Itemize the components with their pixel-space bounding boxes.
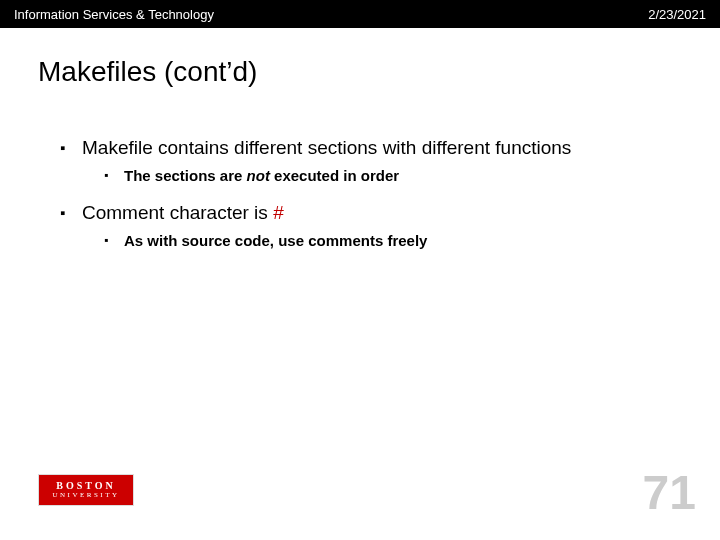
- text-part: Comment character is: [82, 202, 273, 223]
- logo-top: BOSTON: [56, 481, 116, 491]
- slide: Information Services & Technology 2/23/2…: [0, 0, 720, 540]
- bullet-text: Makefile contains different sections wit…: [82, 136, 571, 160]
- bullet-mark-icon: ▪: [60, 136, 82, 160]
- bullet-mark-icon: ▪: [60, 201, 82, 225]
- bullet-text: As with source code, use comments freely: [124, 231, 427, 250]
- bullet-level2: ▪ As with source code, use comments free…: [104, 231, 680, 250]
- page-number: 71: [643, 465, 696, 520]
- bullet-level1: ▪ Comment character is #: [60, 201, 680, 225]
- bullet-mark-icon: ▪: [104, 166, 124, 185]
- bullet-level1: ▪ Makefile contains different sections w…: [60, 136, 680, 160]
- bullet-level2: ▪ The sections are not executed in order: [104, 166, 680, 185]
- text-part: executed in order: [270, 167, 399, 184]
- header-bar: Information Services & Technology 2/23/2…: [0, 0, 720, 28]
- text-part: The sections are: [124, 167, 247, 184]
- boston-university-logo: BOSTON UNIVERSITY: [38, 474, 134, 506]
- slide-content: ▪ Makefile contains different sections w…: [0, 88, 720, 250]
- bullet-text: The sections are not executed in order: [124, 166, 399, 185]
- header-date: 2/23/2021: [648, 7, 706, 22]
- logo-bottom: UNIVERSITY: [53, 492, 120, 499]
- hash-char: #: [273, 202, 284, 223]
- header-org: Information Services & Technology: [14, 7, 214, 22]
- bullet-mark-icon: ▪: [104, 231, 124, 250]
- slide-title: Makefiles (cont’d): [0, 28, 720, 88]
- bullet-text: Comment character is #: [82, 201, 284, 225]
- emphasis-not: not: [247, 167, 270, 184]
